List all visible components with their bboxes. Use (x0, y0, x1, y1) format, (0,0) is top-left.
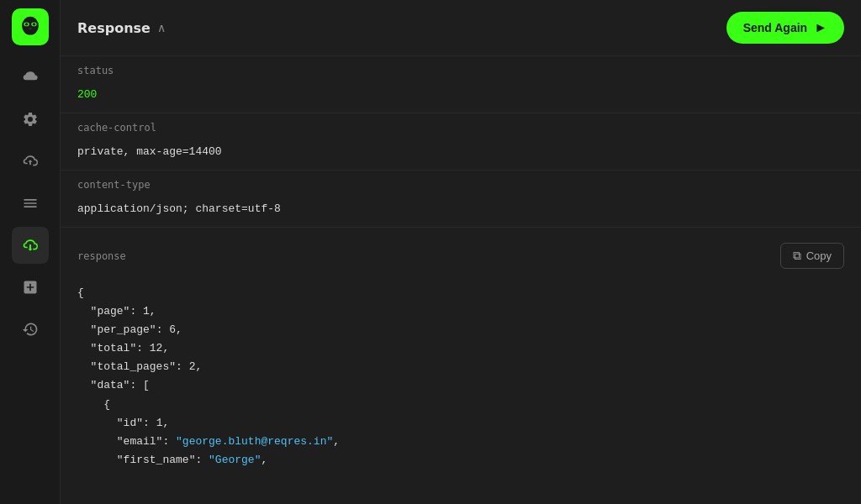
json-response-section: response ⧉ Copy { "page": 1, "per_page":… (61, 228, 861, 486)
response-content: status 200 cache-control private, max-ag… (61, 56, 861, 504)
sidebar-item-download[interactable] (12, 227, 49, 264)
cache-control-section: cache-control private, max-age=14400 (61, 113, 861, 171)
svg-point-4 (32, 23, 35, 25)
send-again-label: Send Again (743, 21, 808, 34)
json-response-header: response ⧉ Copy (61, 234, 861, 277)
app-logo[interactable] (12, 8, 49, 45)
status-section: status 200 (61, 56, 861, 113)
cache-control-value: private, max-age=14400 (61, 139, 861, 170)
download-icon (22, 237, 39, 254)
sidebar-item-cloud[interactable] (12, 59, 49, 96)
cloud-icon (22, 69, 39, 86)
page-title: Response (77, 20, 151, 36)
menu-icon (22, 195, 39, 212)
cache-control-label: cache-control (61, 113, 861, 139)
status-value: 200 (61, 81, 861, 113)
upload-icon (22, 153, 39, 170)
send-again-button[interactable]: Send Again ► (726, 12, 844, 44)
content-type-section: content-type application/json; charset=u… (61, 171, 861, 228)
status-label: status (61, 56, 861, 81)
sidebar-item-upload[interactable] (12, 143, 49, 180)
settings-icon (22, 111, 39, 128)
copy-button[interactable]: ⧉ Copy (780, 243, 844, 269)
response-header: Response ∧ Send Again ► (61, 0, 861, 56)
add-icon (22, 279, 39, 296)
history-icon (22, 321, 39, 338)
copy-label: Copy (806, 249, 832, 262)
header-left: Response ∧ (77, 20, 166, 36)
sidebar (0, 0, 61, 504)
alien-icon (19, 16, 41, 38)
main-content: Response ∧ Send Again ► status 200 cache… (61, 0, 861, 504)
content-type-value: application/json; charset=utf-8 (61, 196, 861, 227)
svg-point-5 (28, 28, 31, 30)
copy-icon: ⧉ (793, 249, 801, 263)
sidebar-item-menu[interactable] (12, 185, 49, 222)
response-label: response (77, 250, 126, 262)
arrow-right-icon: ► (814, 20, 827, 35)
content-type-label: content-type (61, 171, 861, 196)
sidebar-item-history[interactable] (12, 311, 49, 348)
sidebar-item-add[interactable] (12, 269, 49, 306)
json-block: { "page": 1, "per_page": 6, "total": 12,… (61, 277, 861, 486)
chevron-up-icon: ∧ (157, 21, 166, 34)
sidebar-item-settings[interactable] (12, 101, 49, 138)
svg-point-0 (22, 17, 39, 35)
svg-point-3 (24, 23, 28, 25)
